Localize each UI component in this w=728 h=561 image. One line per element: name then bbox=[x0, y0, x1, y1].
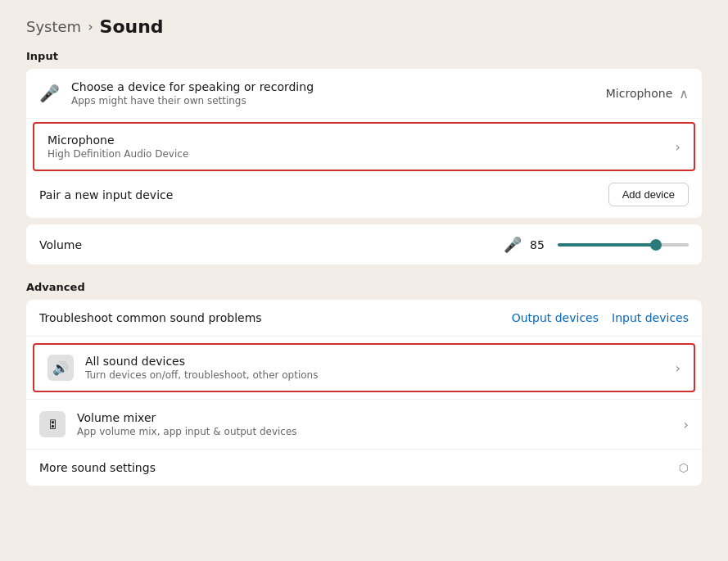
pair-device-row: Pair a new input device Add device bbox=[26, 171, 702, 218]
pair-device-label: Pair a new input device bbox=[39, 188, 608, 201]
all-sound-devices-row[interactable]: 🔊 All sound devices Turn devices on/off,… bbox=[33, 343, 695, 392]
output-devices-link[interactable]: Output devices bbox=[512, 311, 599, 324]
troubleshoot-row: Troubleshoot common sound problems Outpu… bbox=[26, 300, 702, 337]
volume-mixer-subtitle: App volume mix, app input & output devic… bbox=[77, 426, 684, 437]
volume-microphone-icon: 🎤 bbox=[504, 236, 522, 253]
breadcrumb: System › Sound bbox=[26, 16, 702, 37]
breadcrumb-chevron-icon: › bbox=[88, 19, 93, 34]
selected-device-label: Microphone bbox=[606, 87, 673, 100]
volume-mixer-icon: 🎛 bbox=[39, 411, 66, 437]
add-device-button[interactable]: Add device bbox=[608, 183, 689, 206]
volume-mixer-chevron-icon: › bbox=[684, 417, 689, 432]
volume-slider[interactable] bbox=[558, 237, 689, 253]
choose-device-subtitle: Apps might have their own settings bbox=[71, 95, 606, 106]
advanced-card: Troubleshoot common sound problems Outpu… bbox=[26, 300, 702, 486]
microphone-device-row[interactable]: Microphone High Definition Audio Device … bbox=[33, 122, 695, 171]
microphone-device-title: Microphone bbox=[47, 133, 676, 147]
volume-card: Volume 🎤 85 bbox=[26, 224, 702, 265]
input-section-card: 🎤 Choose a device for speaking or record… bbox=[26, 69, 702, 218]
breadcrumb-system[interactable]: System bbox=[26, 18, 81, 35]
advanced-section-label: Advanced bbox=[26, 281, 702, 293]
volume-label: Volume bbox=[39, 238, 504, 251]
troubleshoot-label: Troubleshoot common sound problems bbox=[39, 311, 512, 324]
chevron-up-icon: ∧ bbox=[679, 86, 689, 102]
external-link-icon: ⬡ bbox=[679, 461, 689, 474]
microphone-device-subtitle: High Definition Audio Device bbox=[47, 148, 676, 160]
choose-device-title: Choose a device for speaking or recordin… bbox=[71, 80, 606, 93]
input-section-label: Input bbox=[26, 50, 702, 62]
volume-value: 85 bbox=[530, 238, 549, 251]
volume-mixer-title: Volume mixer bbox=[77, 411, 684, 424]
more-sound-settings-title: More sound settings bbox=[39, 461, 679, 474]
microphone-chevron-icon: › bbox=[676, 139, 681, 155]
microphone-icon: 🎤 bbox=[39, 84, 60, 103]
sound-devices-icon: 🔊 bbox=[47, 355, 74, 381]
all-sound-devices-title: All sound devices bbox=[85, 355, 676, 368]
input-devices-link[interactable]: Input devices bbox=[612, 311, 689, 324]
volume-mixer-row[interactable]: 🎛 Volume mixer App volume mix, app input… bbox=[26, 399, 702, 449]
all-sound-devices-subtitle: Turn devices on/off, troubleshoot, other… bbox=[85, 369, 676, 381]
page-title: Sound bbox=[100, 16, 164, 37]
more-sound-settings-row[interactable]: More sound settings ⬡ bbox=[26, 449, 702, 486]
all-sound-devices-chevron-icon: › bbox=[676, 360, 681, 376]
choose-device-row[interactable]: 🎤 Choose a device for speaking or record… bbox=[26, 69, 702, 119]
